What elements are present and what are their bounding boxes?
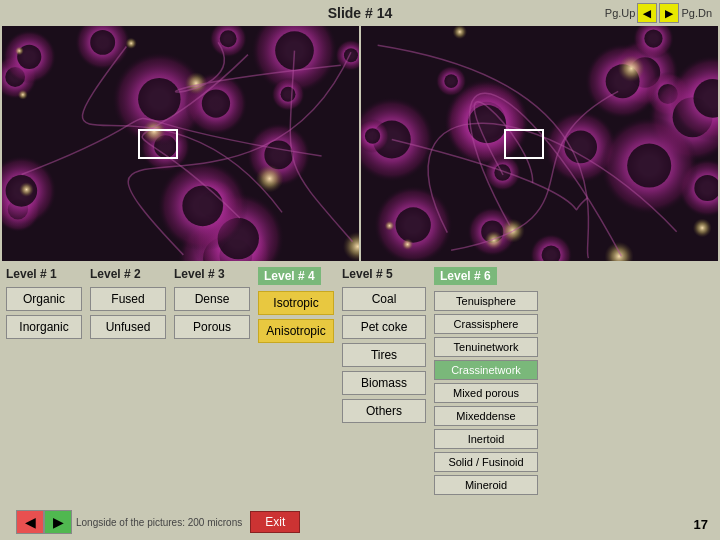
level2-header: Level # 2 (90, 267, 141, 281)
pgup-button[interactable]: ◀ (637, 3, 657, 23)
fused-button[interactable]: Fused (90, 287, 166, 311)
level3-header: Level # 3 (174, 267, 225, 281)
level3-column: Level # 3 Dense Porous (174, 267, 254, 498)
dense-button[interactable]: Dense (174, 287, 250, 311)
header: Slide # 14 Pg.Up ◀ ▶ Pg.Dn (0, 0, 720, 26)
level4-header: Level # 4 (258, 267, 321, 285)
coal-button[interactable]: Coal (342, 287, 426, 311)
longside-label: Longside of the pictures: 200 microns (76, 517, 242, 528)
selection-box-left (138, 129, 178, 159)
isotropic-button[interactable]: Isotropic (258, 291, 334, 315)
tenuinetwork-button[interactable]: Tenuinetwork (434, 337, 538, 357)
solidfusinoid-button[interactable]: Solid / Fusinoid (434, 452, 538, 472)
nav-back-button[interactable]: ◀ (16, 510, 44, 534)
level5-header: Level # 5 (342, 267, 393, 281)
petcoke-button[interactable]: Pet coke (342, 315, 426, 339)
others-button[interactable]: Others (342, 399, 426, 423)
biomass-button[interactable]: Biomass (342, 371, 426, 395)
mixeddense-button[interactable]: Mixeddense (434, 406, 538, 426)
tires-button[interactable]: Tires (342, 343, 426, 367)
level1-column: Level # 1 Organic Inorganic (6, 267, 86, 498)
level1-header: Level # 1 (6, 267, 57, 281)
slide-title: Slide # 14 (328, 5, 393, 21)
inorganic-button[interactable]: Inorganic (6, 315, 82, 339)
page-number: 17 (694, 517, 708, 532)
pgup-label: Pg.Up (605, 7, 636, 19)
main-content: Level # 1 Organic Inorganic Level # 2 Fu… (0, 261, 720, 498)
microscope-image-left (2, 26, 359, 261)
images-area (0, 26, 720, 261)
bottom-bar: ◀ ▶ Longside of the pictures: 200 micron… (0, 504, 720, 540)
anisotropic-button[interactable]: Anisotropic (258, 319, 334, 343)
porous-button[interactable]: Porous (174, 315, 250, 339)
level5-column: Level # 5 Coal Pet coke Tires Biomass Ot… (342, 267, 430, 498)
nav-controls: Pg.Up ◀ ▶ Pg.Dn (605, 3, 712, 23)
unfused-button[interactable]: Unfused (90, 315, 166, 339)
organic-button[interactable]: Organic (6, 287, 82, 311)
selection-box-right (504, 129, 544, 159)
crassinetwork-button[interactable]: Crassinetwork (434, 360, 538, 380)
slide-image-right (361, 26, 718, 261)
pgdn-button[interactable]: ▶ (659, 3, 679, 23)
level2-column: Level # 2 Fused Unfused (90, 267, 170, 498)
tenuisphere-button[interactable]: Tenuisphere (434, 291, 538, 311)
nav-forward-button[interactable]: ▶ (44, 510, 72, 534)
pgdn-label: Pg.Dn (681, 7, 712, 19)
level4-column: Level # 4 Isotropic Anisotropic (258, 267, 338, 498)
level6-column: Level # 6 Tenuisphere Crassisphere Tenui… (434, 267, 542, 498)
exit-button[interactable]: Exit (250, 511, 300, 533)
inertoid-button[interactable]: Inertoid (434, 429, 538, 449)
slide-image-left (2, 26, 359, 261)
crassisphere-button[interactable]: Crassisphere (434, 314, 538, 334)
level6-header: Level # 6 (434, 267, 497, 285)
mineroid-button[interactable]: Mineroid (434, 475, 538, 495)
mixedporous-button[interactable]: Mixed porous (434, 383, 538, 403)
